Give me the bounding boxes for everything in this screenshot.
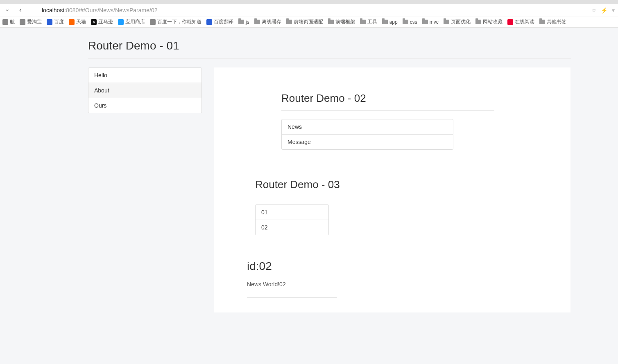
favicon — [20, 19, 25, 25]
page-content: Router Demo - 01 HelloAboutOurs Router D… — [0, 28, 618, 329]
divider — [281, 110, 494, 111]
bookmark-item[interactable]: 页面优化 — [444, 18, 471, 25]
bookmark-label: 前端框架 — [335, 18, 355, 25]
favicon — [69, 19, 75, 25]
page-title: Router Demo - 01 — [88, 39, 571, 58]
bookmark-label: 网站收藏 — [483, 18, 503, 25]
bookmark-item[interactable]: 网站收藏 — [475, 18, 503, 25]
bookmark-item[interactable]: 天猫 — [69, 18, 86, 25]
nav3-item[interactable]: 02 — [256, 220, 328, 235]
favicon — [118, 19, 124, 25]
star-icon[interactable]: ☆ — [591, 7, 597, 13]
bookmark-label: 前端页面适配 — [294, 18, 323, 25]
bookmark-item[interactable]: 前端框架 — [328, 18, 355, 25]
bookmark-label: 应用商店 — [125, 18, 145, 25]
chevron-down-icon[interactable]: ▾ — [612, 7, 615, 13]
bookmark-item[interactable]: js — [238, 19, 249, 25]
favicon — [507, 19, 513, 25]
bookmark-item[interactable]: 百度一下，你就知道 — [150, 18, 201, 25]
folder-icon — [254, 20, 260, 24]
bookmark-label: 在线阅读 — [515, 18, 534, 25]
bookmark-label: 工具 — [367, 18, 377, 25]
folder-icon — [382, 20, 388, 24]
folder-icon — [238, 20, 244, 24]
url-input[interactable]: localhost:8080/#/Ours/News/NewsParame/02 — [29, 7, 586, 13]
bookmark-label: 百度 — [54, 18, 64, 25]
favicon: a — [91, 19, 97, 25]
lightning-icon[interactable]: ⚡ — [601, 7, 608, 13]
nav1-item[interactable]: Ours — [88, 98, 201, 113]
nav2-item[interactable]: Message — [282, 135, 453, 149]
nav1-item[interactable]: Hello — [88, 68, 201, 83]
bookmark-item[interactable]: 百度 — [47, 18, 64, 25]
bookmark-item[interactable]: 离线缓存 — [254, 18, 281, 25]
address-bar: localhost:8080/#/Ours/News/NewsParame/02… — [0, 4, 618, 16]
bookmark-item[interactable]: 在线阅读 — [507, 18, 534, 25]
nav1-item[interactable]: About — [88, 83, 201, 98]
bookmark-label: 航 — [10, 18, 15, 25]
bookmark-label: 页面优化 — [451, 18, 471, 25]
bookmark-item[interactable]: a亚马逊 — [91, 18, 113, 25]
bookmark-label: 天猫 — [76, 18, 86, 25]
bookmark-label: 亚马逊 — [98, 18, 113, 25]
bookmark-label: 百度一下，你就知道 — [157, 18, 201, 25]
bookmark-label: css — [410, 19, 417, 25]
folder-icon — [539, 20, 545, 24]
section-3: Router Demo - 03 0102 id:02 News World!0… — [255, 178, 546, 298]
divider — [255, 197, 362, 197]
bookmark-item[interactable]: 应用商店 — [118, 18, 145, 25]
bookmark-item[interactable]: mvc — [422, 19, 439, 25]
folder-icon — [422, 20, 428, 24]
bookmark-item[interactable]: 百度翻译 — [206, 18, 233, 25]
bookmark-item[interactable]: app — [382, 19, 398, 25]
nav-level-2: NewsMessage — [281, 119, 453, 150]
browser-tab-strip — [0, 0, 618, 4]
nav-level-1: HelloAboutOurs — [88, 67, 202, 113]
back-arrow-icon[interactable] — [16, 6, 25, 14]
bookmark-item[interactable]: 工具 — [360, 18, 377, 25]
nav3-item[interactable]: 01 — [256, 205, 328, 220]
section-2-title: Router Demo - 02 — [281, 92, 546, 110]
favicon — [206, 19, 212, 25]
nav2-item[interactable]: News — [282, 119, 453, 135]
folder-icon — [403, 20, 408, 24]
detail-title: id:02 — [247, 260, 546, 273]
detail-panel: id:02 News World!02 — [247, 260, 546, 298]
bookmark-item[interactable]: 爱淘宝 — [20, 18, 42, 25]
dropdown-arrow-icon[interactable] — [3, 6, 11, 14]
bookmark-label: 离线缓存 — [262, 18, 281, 25]
bookmark-label: 爱淘宝 — [27, 18, 42, 25]
divider — [247, 297, 337, 298]
bookmark-item[interactable]: 其他书签 — [539, 18, 566, 25]
folder-icon — [286, 20, 292, 24]
url-host: localhost — [42, 7, 64, 13]
folder-icon — [475, 20, 481, 24]
content-card: Router Demo - 02 NewsMessage Router Demo… — [214, 67, 570, 312]
favicon — [150, 19, 156, 25]
bookmarks-bar: 航爱淘宝百度天猫a亚马逊应用商店百度一下，你就知道百度翻译js离线缓存前端页面适… — [0, 16, 618, 28]
bookmark-label: app — [389, 19, 398, 25]
favicon — [47, 19, 52, 25]
bookmark-label: mvc — [430, 19, 439, 25]
layout: HelloAboutOurs Router Demo - 02 NewsMess… — [88, 67, 610, 312]
address-bar-actions: ☆ ⚡ ▾ — [591, 7, 615, 13]
bookmark-item[interactable]: 航 — [2, 18, 15, 25]
folder-icon — [328, 20, 334, 24]
section-3-title: Router Demo - 03 — [255, 178, 546, 197]
detail-text: News World!02 — [247, 281, 546, 288]
favicon — [2, 19, 8, 25]
folder-icon — [444, 20, 449, 24]
folder-icon — [360, 20, 366, 24]
bookmark-label: 其他书签 — [547, 18, 566, 25]
bookmark-label: 百度翻译 — [214, 18, 233, 25]
bookmark-item[interactable]: 前端页面适配 — [286, 18, 323, 25]
nav-level-3: 0102 — [255, 204, 329, 235]
bookmark-label: js — [246, 19, 249, 25]
url-path: :8080/#/Ours/News/NewsParame/02 — [64, 7, 157, 13]
bookmark-item[interactable]: css — [403, 19, 417, 25]
